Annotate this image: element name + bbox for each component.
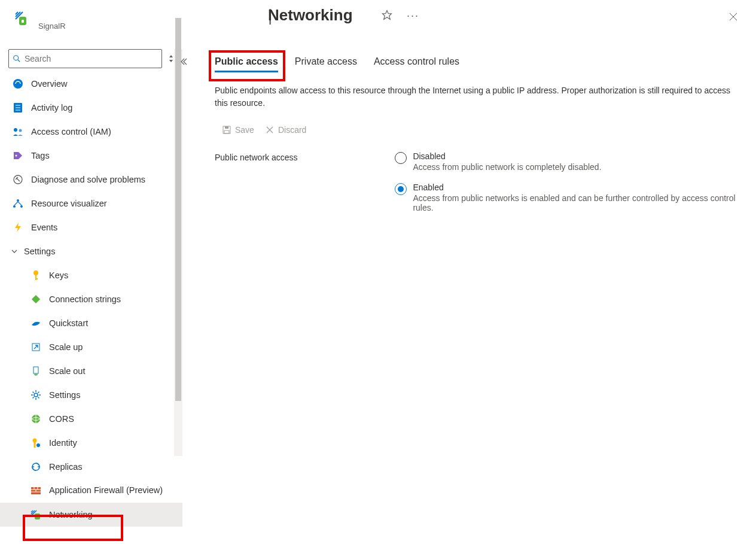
search-icon [13, 54, 21, 63]
svg-rect-36 [35, 513, 40, 519]
tab-access-control-rules[interactable]: Access control rules [374, 56, 459, 72]
events-icon [12, 222, 24, 233]
tab-label: Public access [215, 56, 278, 66]
radio-subtitle: Access from public networks is enabled a… [413, 193, 738, 212]
tabs: Public access Private access Access cont… [215, 56, 738, 72]
svg-rect-38 [225, 126, 228, 129]
sidebar-item-label: Scale out [49, 366, 85, 376]
tab-description: Public endpoints allow access to this re… [215, 84, 735, 110]
svg-point-15 [13, 205, 16, 208]
sidebar-item-application-firewall[interactable]: Application Firewall (Preview) [0, 479, 182, 503]
radio-enabled[interactable]: Enabled Access from public networks is e… [395, 183, 738, 212]
sidebar-item-connection-strings[interactable]: Connection strings [0, 287, 182, 311]
sidebar-item-label: Networking [49, 510, 93, 519]
replicas-icon [30, 461, 42, 472]
sidebar-item-overview[interactable]: Overview [0, 72, 182, 96]
sidebar-item-keys[interactable]: Keys [0, 263, 182, 287]
sidebar-item-cors[interactable]: CORS [0, 407, 182, 431]
toolbar: Save Discard [222, 125, 738, 135]
svg-point-17 [33, 271, 38, 275]
sidebar-item-activity-log[interactable]: Activity log [0, 96, 182, 120]
sidebar-item-label: Application Firewall (Preview) [49, 485, 163, 496]
save-button[interactable]: Save [222, 125, 254, 135]
sidebar-item-label: Access control (IAM) [31, 127, 111, 136]
search-input[interactable] [21, 54, 158, 63]
tab-label: Access control rules [374, 56, 459, 66]
discard-button[interactable]: Discard [265, 125, 306, 135]
svg-point-16 [20, 205, 23, 208]
diagnose-icon [12, 174, 24, 185]
sidebar-group-label: Settings [24, 247, 55, 256]
sidebar-item-scale-out[interactable]: Scale out [0, 359, 182, 383]
sidebar-item-tags[interactable]: Tags [0, 144, 182, 168]
sidebar-item-scale-up[interactable]: Scale up [0, 335, 182, 359]
iam-icon [12, 127, 24, 136]
svg-point-5 [13, 79, 23, 89]
tab-private-access[interactable]: Private access [295, 56, 357, 72]
keys-icon [30, 270, 42, 281]
sidebar-item-label: Connection strings [49, 294, 121, 304]
svg-rect-22 [33, 367, 38, 373]
identity-icon [30, 437, 42, 448]
button-label: Discard [278, 125, 306, 135]
sidebar-item-label: Quickstart [49, 318, 88, 328]
svg-point-10 [14, 128, 17, 132]
sidebar-scroll-thumb[interactable] [175, 18, 181, 401]
sidebar: Overview Activity log Access control (IA… [0, 0, 182, 544]
scale-up-icon [30, 342, 42, 352]
discard-icon [265, 125, 275, 135]
cors-icon [30, 414, 42, 424]
sidebar-item-label: CORS [49, 414, 74, 424]
sidebar-item-access-control[interactable]: Access control (IAM) [0, 120, 182, 144]
tags-icon [12, 151, 24, 160]
radio-title: Disabled [413, 151, 601, 161]
sidebar-item-label: Identity [49, 438, 77, 448]
radio-circle-icon [395, 152, 407, 164]
sort-handle-icon[interactable] [168, 54, 174, 63]
sidebar-item-networking[interactable]: Networking [0, 503, 182, 527]
chevron-down-icon [11, 248, 18, 255]
save-icon [222, 125, 231, 135]
svg-point-3 [14, 56, 19, 60]
sidebar-item-settings[interactable]: Settings [0, 383, 182, 407]
svg-point-26 [33, 439, 37, 443]
svg-point-11 [19, 129, 22, 132]
sidebar-item-events[interactable]: Events [0, 215, 182, 239]
tab-public-access[interactable]: Public access [215, 56, 278, 72]
resource-visualizer-icon [12, 199, 24, 208]
svg-rect-19 [35, 278, 38, 279]
connection-strings-icon [30, 294, 42, 305]
sidebar-item-diagnose[interactable]: Diagnose and solve problems [0, 168, 182, 192]
sidebar-item-label: Resource visualizer [31, 199, 107, 208]
activity-log-icon [12, 102, 24, 113]
sidebar-item-label: Tags [31, 151, 50, 160]
radio-circle-icon [395, 183, 407, 195]
sidebar-item-label: Diagnose and solve problems [31, 175, 145, 184]
svg-rect-27 [34, 442, 36, 448]
sidebar-item-label: Scale up [49, 342, 83, 352]
radio-subtitle: Access from public network is completely… [413, 162, 601, 172]
sidebar-group-settings[interactable]: Settings [0, 239, 182, 263]
main-content: Public access Private access Access cont… [182, 0, 756, 544]
sidebar-item-label: Replicas [49, 462, 83, 472]
button-label: Save [235, 125, 254, 135]
sidebar-item-replicas[interactable]: Replicas [0, 455, 182, 479]
svg-point-23 [34, 393, 38, 397]
radio-title: Enabled [413, 183, 738, 192]
networking-icon [30, 509, 42, 520]
radio-disabled[interactable]: Disabled Access from public network is c… [395, 151, 738, 172]
sidebar-item-identity[interactable]: Identity [0, 431, 182, 455]
sidebar-item-resource-visualizer[interactable]: Resource visualizer [0, 192, 182, 215]
firewall-icon [30, 487, 42, 495]
form-label: Public network access [215, 151, 395, 162]
sidebar-nav: Overview Activity log Access control (IA… [0, 72, 182, 527]
quickstart-icon [30, 319, 42, 327]
tab-label: Private access [295, 56, 357, 66]
scale-out-icon [30, 366, 42, 376]
sidebar-item-label: Events [31, 223, 57, 232]
sidebar-item-label: Keys [49, 271, 68, 280]
overview-icon [12, 78, 24, 89]
public-network-access-row: Public network access Disabled Access fr… [215, 151, 738, 223]
sidebar-item-quickstart[interactable]: Quickstart [0, 311, 182, 335]
search-input-container[interactable] [8, 49, 162, 68]
